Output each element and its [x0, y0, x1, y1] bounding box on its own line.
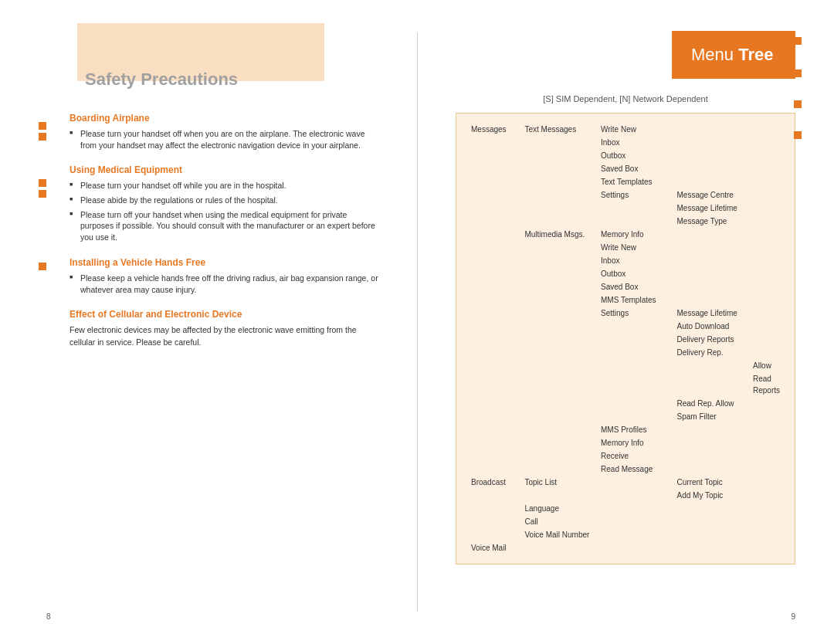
bullet-item: Please turn off your handset when using … [70, 209, 378, 243]
col-cat-blank [468, 436, 521, 449]
tree-word: Tree [738, 45, 773, 64]
col-cat-blank [468, 397, 521, 410]
menu-item-blank [598, 333, 673, 346]
menu-subitem [674, 228, 750, 241]
menu-subitem: Message Type [674, 215, 750, 228]
menu-subitem: Auto Download [674, 320, 750, 333]
menu-item-blank [598, 320, 673, 333]
menu-subitem-blank [674, 528, 750, 541]
menu-subitem [674, 463, 750, 476]
menu-item-blank [598, 202, 673, 215]
menu-subitem [674, 136, 750, 149]
col-cat-blank [521, 359, 598, 372]
col-cat-blank [468, 449, 521, 463]
table-row: Spam Filter [468, 410, 783, 423]
col-cat-blank [468, 463, 521, 476]
section-title-boarding: Boarding Airplane [70, 113, 378, 124]
bullet-item: Please turn your handset off when you ar… [70, 128, 378, 151]
menu-subitem: Spam Filter [674, 410, 750, 423]
right-header: Menu Tree [456, 31, 795, 79]
menu-subitem: Read Rep. Allow [674, 397, 750, 410]
menu-item: Memory Info [598, 436, 673, 449]
menu-subitem: Message Lifetime [674, 202, 750, 215]
menu-item-blank [598, 541, 673, 554]
right-page: Menu Tree [S] SIM Dependent, [N] Network… [417, 0, 834, 644]
page-number-left: 8 [46, 612, 51, 621]
deco-square [39, 263, 46, 270]
deco-square [794, 100, 802, 108]
deco-bars-3 [39, 263, 46, 270]
subcat-multimedia: Multimedia Msgs. [521, 228, 598, 333]
menu-table-container: Messages Text Messages Write New Inbox O… [456, 113, 795, 564]
table-row: Receive [468, 449, 783, 463]
menu-subitem [674, 436, 750, 449]
right-deco-1 [794, 37, 802, 45]
section-text-effect: Few electronic devices may be affected b… [70, 324, 378, 349]
menu-item: Inbox [598, 136, 673, 149]
deco-bars-2 [39, 179, 46, 198]
subcat-language: Language [521, 502, 598, 515]
menu-subitem [674, 267, 750, 280]
table-row: Read Rep. Allow [468, 397, 783, 410]
menu-item: Write New [598, 123, 673, 136]
table-row: Memory Info [468, 436, 783, 449]
page-title: Safety Precautions [85, 69, 378, 90]
menu-item-blank [598, 346, 673, 359]
col-cat-blank [521, 372, 598, 397]
cat-voice-mail: Voice Mail [468, 541, 521, 554]
menu-subitem [674, 123, 750, 136]
menu-subitem [674, 293, 750, 307]
menu-subitem: Delivery Rep. [674, 346, 750, 359]
table-row: Voice Mail [468, 541, 783, 554]
menu-item: Saved Box [598, 162, 673, 175]
menu-subitem-blank [674, 541, 750, 554]
deco-square [794, 131, 802, 139]
col-sub-blank [521, 449, 598, 463]
menu-subitem: Message Centre [674, 188, 750, 202]
bullet-item: Please turn your handset off while you a… [70, 180, 378, 192]
col-sub-blank [598, 372, 673, 397]
col-sub-blank [598, 359, 673, 372]
col-cat-blank [468, 423, 521, 436]
menu-subitem [674, 241, 750, 254]
menu-item: Settings [598, 307, 673, 320]
page-number-right: 9 [791, 612, 795, 621]
right-deco-3 [794, 100, 802, 108]
menu-item: Receive [598, 449, 673, 463]
cat-broadcast: Broadcast [468, 476, 521, 541]
menu-item-blank [598, 515, 673, 528]
col-sub-blank [521, 397, 598, 410]
right-deco-4 [794, 131, 802, 139]
section-boarding: Boarding Airplane Please turn your hands… [70, 113, 378, 151]
deco-square [39, 133, 46, 141]
deco-bars-1 [39, 122, 46, 141]
menu-table: Messages Text Messages Write New Inbox O… [468, 123, 783, 554]
col-sub-blank [521, 333, 598, 346]
menu-item: Memory Info [598, 228, 673, 241]
menu-item: MMS Templates [598, 293, 673, 307]
table-row: Broadcast Topic List Current Topic [468, 476, 783, 489]
menu-item-blank [674, 372, 750, 397]
subcat-topic-list: Topic List [521, 476, 598, 489]
section-vehicle: Installing a Vehicle Hands Free Please k… [70, 257, 378, 295]
menu-subitem: Allow [750, 359, 783, 372]
menu-item-blank [598, 528, 673, 541]
bullet-item: Please abide by the regulations or rules… [70, 195, 378, 206]
menu-subitem: Add My Topic [674, 489, 750, 502]
menu-subitem: Delivery Reports [674, 333, 750, 346]
menu-item: MMS Profiles [598, 423, 673, 436]
menu-subitem-blank [674, 515, 750, 528]
menu-item-blank [598, 397, 673, 410]
menu-subitem [674, 280, 750, 293]
menu-subitem [674, 175, 750, 188]
section-title-medical: Using Medical Equipment [70, 164, 378, 175]
menu-item: Settings [598, 188, 673, 202]
menu-subitem-blank [674, 502, 750, 515]
col-sub-blank [521, 463, 598, 476]
menu-item: Text Templates [598, 175, 673, 188]
deco-square [39, 122, 46, 130]
deco-square [794, 69, 802, 77]
page-container: Safety Precautions Boarding Airplane Ple… [0, 0, 834, 644]
section-medical: Using Medical Equipment Please turn your… [70, 164, 378, 242]
col-sub-blank [521, 489, 598, 502]
